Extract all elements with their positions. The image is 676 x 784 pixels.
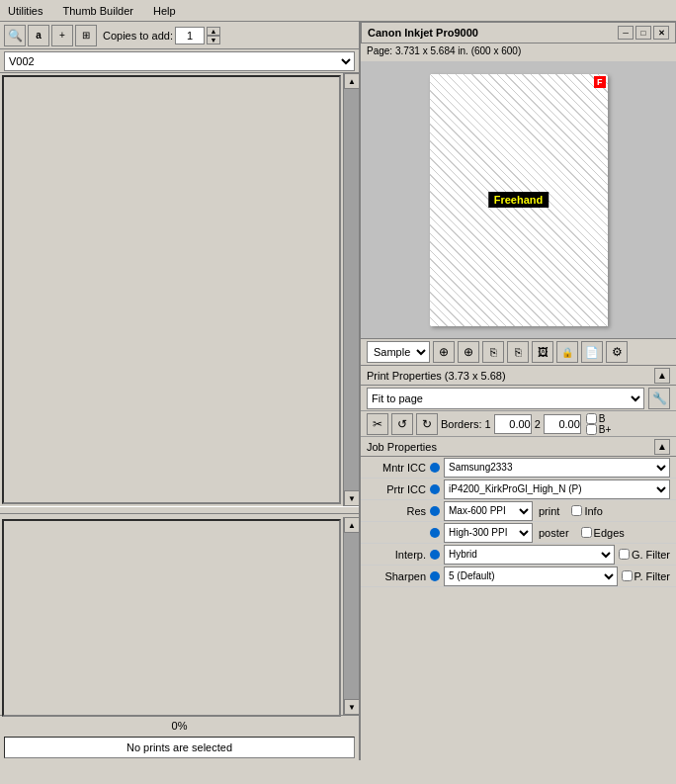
prtr-icc-select[interactable]: iP4200_KirkProGl_High_N (P) — [444, 479, 670, 499]
refresh2-btn[interactable]: ↻ — [416, 413, 438, 435]
job-properties-section: Job Properties ▲ Mntr ICC Samsung2333 Pr… — [361, 437, 676, 587]
scissors-icon: ✂ — [373, 417, 382, 431]
f-badge: F — [594, 76, 606, 88]
settings-btn[interactable]: ⚙ — [606, 341, 628, 363]
image-icon: 🖼 — [538, 346, 549, 358]
vscroll-files: ▲ ▼ — [343, 73, 359, 506]
job-props-collapse-btn[interactable]: ▲ — [654, 439, 670, 455]
prtr-icc-row: Prtr ICC iP4200_KirkProGl_High_N (P) — [361, 479, 676, 500]
b-checkbox[interactable] — [586, 413, 597, 424]
refresh-btn[interactable]: ↺ — [391, 413, 413, 435]
add-btn[interactable]: + — [51, 25, 73, 46]
prtr-icc-label: Prtr ICC — [367, 483, 426, 495]
poster-label: poster — [539, 527, 569, 539]
sharpen-select[interactable]: 5 (Default) — [444, 566, 618, 586]
info-label: Info — [584, 505, 602, 517]
copies-input[interactable] — [175, 27, 205, 44]
sharpen-dot — [430, 571, 440, 581]
copies-label: Copies to add: — [103, 30, 173, 42]
grid-icon: ⊞ — [82, 30, 90, 41]
text-btn[interactable]: a — [28, 25, 49, 46]
menu-utilities[interactable]: Utilities — [4, 3, 46, 19]
res-poster-row: High-300 PPI poster Edges — [361, 522, 676, 544]
maximize-btn[interactable]: □ — [635, 26, 651, 40]
copies-spin: ▲ ▼ — [207, 27, 220, 44]
scroll-track-2 — [344, 533, 359, 699]
scroll-up-btn-2[interactable]: ▲ — [344, 517, 360, 533]
wrench-icon: 🔧 — [652, 392, 667, 405]
print-props-collapse-btn[interactable]: ▲ — [654, 368, 670, 384]
copy2-btn[interactable]: ⎘ — [507, 341, 529, 363]
sharpen-row: Sharpen 5 (Default) P. Filter — [361, 566, 676, 587]
close-icon: ✕ — [658, 29, 665, 38]
print-properties-section: Print Properties (3.73 x 5.68) ▲ Fit to … — [361, 366, 676, 437]
bplus-checkbox-row: B+ — [586, 424, 612, 435]
sample-toolbar: Sample ⊕ ⊕ ⎘ ⎘ 🖼 🔒 📄 — [361, 338, 676, 366]
copies-down[interactable]: ▼ — [207, 36, 220, 44]
globe2-btn[interactable]: ⊕ — [458, 341, 479, 363]
info-checkbox[interactable] — [571, 505, 582, 516]
interp-select[interactable]: Hybrid — [444, 545, 615, 565]
magnifier-icon: 🔍 — [8, 29, 23, 43]
borders-row: ✂ ↺ ↻ Borders: 1 2 B — [361, 411, 676, 437]
file-dropdown[interactable]: V002 — [4, 51, 355, 71]
copies-up[interactable]: ▲ — [207, 27, 220, 36]
scroll-up-btn[interactable]: ▲ — [344, 73, 360, 89]
res-poster-select[interactable]: High-300 PPI — [444, 523, 533, 543]
border-input-1[interactable] — [494, 414, 532, 434]
copy-btn[interactable]: ⎘ — [482, 341, 504, 363]
file-list-area[interactable] — [2, 75, 341, 504]
border-num2: 2 — [535, 418, 541, 430]
image-btn[interactable]: 🖼 — [532, 341, 553, 363]
minimize-btn[interactable]: ─ — [618, 26, 634, 40]
b-label: B — [599, 413, 606, 424]
refresh2-icon: ↻ — [422, 417, 432, 431]
page-btn[interactable]: 📄 — [581, 341, 603, 363]
magnifier-btn[interactable]: 🔍 — [4, 25, 26, 46]
page-icon: 📄 — [585, 346, 599, 359]
menu-help[interactable]: Help — [149, 3, 180, 19]
fit-select[interactable]: Fit to page — [367, 388, 644, 409]
fit-settings-btn[interactable]: 🔧 — [648, 388, 670, 409]
mntr-icc-select[interactable]: Samsung2333 — [444, 458, 670, 478]
scroll-track — [344, 89, 359, 490]
progress-row: 0% — [0, 715, 359, 735]
border-input-2[interactable] — [544, 414, 581, 434]
g-filter-checkbox[interactable] — [619, 549, 630, 560]
globe-btn[interactable]: ⊕ — [433, 341, 455, 363]
scroll-down-btn[interactable]: ▼ — [344, 490, 360, 506]
page-info: Page: 3.731 x 5.684 in. (600 x 600) — [361, 44, 676, 61]
page-dimensions: Page: 3.731 x 5.684 in. (600 x 600) — [367, 45, 521, 56]
copy-icon: ⎘ — [490, 346, 497, 358]
settings-icon: ⚙ — [612, 345, 623, 359]
print-properties-header: Print Properties (3.73 x 5.68) ▲ — [361, 366, 676, 386]
no-prints-label: No prints are selected — [127, 741, 232, 753]
border-num1: 1 — [485, 418, 491, 430]
add-icon: + — [59, 30, 65, 41]
menu-thumb-builder[interactable]: Thumb Builder — [58, 3, 137, 19]
sample-select[interactable]: Sample — [367, 341, 430, 363]
no-prints-area: No prints are selected — [4, 737, 355, 758]
bplus-checkbox[interactable] — [586, 424, 597, 435]
globe2-icon: ⊕ — [464, 345, 473, 359]
printer-name: Canon Inkjet Pro9000 — [368, 27, 478, 39]
grid-btn[interactable]: ⊞ — [75, 25, 97, 46]
printer-bar: Canon Inkjet Pro9000 ─ □ ✕ — [361, 22, 676, 44]
interp-row: Interp. Hybrid G. Filter — [361, 544, 676, 566]
g-filter-label: G. Filter — [632, 549, 670, 561]
p-filter-checkbox[interactable] — [622, 570, 633, 581]
info-checkbox-row: Info — [571, 505, 602, 517]
edges-checkbox[interactable] — [581, 527, 592, 538]
lock-btn[interactable]: 🔒 — [556, 341, 578, 363]
copy2-icon: ⎘ — [515, 346, 522, 358]
scissors-btn[interactable]: ✂ — [367, 413, 388, 435]
mntr-icc-label: Mntr ICC — [367, 462, 426, 474]
scroll-down-btn-2[interactable]: ▼ — [344, 699, 360, 715]
p-filter-label: P. Filter — [634, 570, 670, 582]
minimize-icon: ─ — [623, 29, 629, 38]
res-print-select[interactable]: Max-600 PPI — [444, 501, 533, 521]
maximize-icon: □ — [641, 29, 646, 38]
p-filter-checkbox-row: P. Filter — [622, 570, 670, 582]
interp-label: Interp. — [367, 549, 426, 561]
close-btn[interactable]: ✕ — [653, 26, 669, 40]
